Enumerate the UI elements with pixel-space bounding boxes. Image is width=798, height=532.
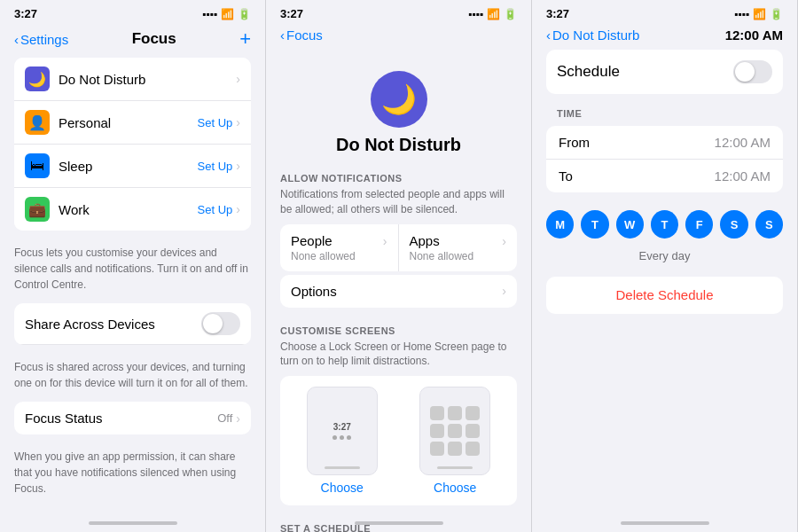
page-title-1: Focus <box>132 30 176 48</box>
personal-setup: Set Up <box>198 116 233 129</box>
from-label: From <box>559 135 590 150</box>
chevron-options: › <box>502 284 506 298</box>
status-bar-3: 3:27 ▪▪▪▪ 📶 🔋 <box>532 0 797 24</box>
share-toggle[interactable] <box>201 312 240 335</box>
chevron-icon-personal: › <box>236 115 240 129</box>
app-7 <box>430 442 444 456</box>
home-bar-2 <box>355 521 443 525</box>
day-circle-T-1[interactable]: T <box>581 210 608 239</box>
schedule-label: Schedule <box>557 63 620 81</box>
choose-home-button[interactable]: Choose <box>434 481 476 495</box>
dot-3 <box>347 435 351 440</box>
to-value: 12:00 AM <box>715 168 771 184</box>
day-circle-T-3[interactable]: T <box>651 210 678 239</box>
dnd-icon-container: 🌙 <box>266 50 531 135</box>
app-6 <box>466 424 480 438</box>
choose-lock-button[interactable]: Choose <box>321 481 364 495</box>
chevron-people: › <box>383 234 387 248</box>
chevron-icon-sleep: › <box>236 159 240 173</box>
chevron-left-icon: ‹ <box>14 32 19 47</box>
schedule-toggle-knob <box>735 62 755 82</box>
back-focus-button[interactable]: ‹ Focus <box>280 27 323 43</box>
wifi-icon-3: 📶 <box>753 8 766 20</box>
status-time-3: 3:27 <box>546 7 569 20</box>
home-bar-3 <box>621 521 709 525</box>
list-item-personal[interactable]: 👤 Personal Set Up › <box>14 101 251 145</box>
from-row[interactable]: From 12:00 AM <box>546 126 783 160</box>
status-bar-1: 3:27 ▪▪▪▪ 📶 🔋 <box>0 0 265 24</box>
personal-right: Set Up › <box>198 115 240 129</box>
to-row[interactable]: To 12:00 AM <box>546 160 783 192</box>
options-row[interactable]: Options › <box>280 275 517 308</box>
day-circle-F-4[interactable]: F <box>685 210 713 239</box>
focus-status-right: Off › <box>217 411 240 426</box>
list-item-sleep[interactable]: 🛏 Sleep Set Up › <box>14 145 251 188</box>
nav-bar-2: ‹ Focus <box>266 24 531 50</box>
work-right: Set Up › <box>198 202 240 216</box>
work-icon: 💼 <box>25 197 50 222</box>
apps-col[interactable]: Apps › None allowed <box>399 224 518 271</box>
to-label: To <box>559 168 573 184</box>
wifi-icon-2: 📶 <box>487 8 500 20</box>
sleep-right: Set Up › <box>198 159 240 173</box>
apps-header: Apps › <box>410 233 507 248</box>
customise-desc: Choose a Lock Screen or Home Screen page… <box>266 338 531 377</box>
chevron-left-icon-3: ‹ <box>546 27 551 43</box>
back-settings-button[interactable]: ‹ Settings <box>14 32 68 47</box>
signal-icon: ▪▪▪▪ <box>202 8 217 20</box>
schedule-scroll: Schedule TIME From 12:00 AM To 12:00 AM … <box>532 50 797 532</box>
people-col[interactable]: People › None allowed <box>280 224 399 271</box>
app-5 <box>448 424 462 438</box>
focus-status-section: Focus Status Off › <box>14 402 251 434</box>
battery-icon: 🔋 <box>238 8 251 20</box>
home-screen-preview <box>419 387 490 475</box>
app-9 <box>466 442 480 456</box>
chevron-icon-work: › <box>236 202 240 216</box>
share-devices-row[interactable]: Share Across Devices <box>14 303 251 345</box>
focus-scroll: 🌙 Do Not Disturb › 👤 Personal Set Up › 🛏… <box>0 58 265 532</box>
day-circle-M-0[interactable]: M <box>546 210 574 239</box>
focus-description: Focus lets you customise your devices an… <box>0 245 265 303</box>
focus-items-list: 🌙 Do Not Disturb › 👤 Personal Set Up › 🛏… <box>14 58 251 231</box>
preview-time: 3:27 <box>333 422 351 432</box>
status-bar-2: 3:27 ▪▪▪▪ 📶 🔋 <box>266 0 531 24</box>
dnd-scroll: 🌙 Do Not Disturb ALLOW NOTIFICATIONS Not… <box>266 50 531 532</box>
focus-status-value: Off <box>217 411 232 425</box>
options-label: Options <box>291 284 337 299</box>
day-circle-W-2[interactable]: W <box>616 210 644 239</box>
share-label: Share Across Devices <box>25 317 155 332</box>
dot-2 <box>340 435 344 440</box>
apps-sub: None allowed <box>410 250 507 262</box>
status-icons-1: ▪▪▪▪ 📶 🔋 <box>202 8 251 20</box>
day-circle-S-6[interactable]: S <box>755 210 783 239</box>
signal-icon-3: ▪▪▪▪ <box>734 8 749 20</box>
status-time-2: 3:27 <box>280 7 303 20</box>
focus-status-row[interactable]: Focus Status Off › <box>14 402 251 434</box>
back-dnd-button[interactable]: ‹ Do Not Disturb <box>546 27 639 43</box>
sleep-setup: Set Up <box>198 160 233 173</box>
status-time-1: 3:27 <box>14 7 37 20</box>
add-focus-button[interactable]: + <box>239 27 251 51</box>
wifi-icon: 📶 <box>221 8 234 20</box>
list-item-work[interactable]: 💼 Work Set Up › <box>14 188 251 231</box>
days-row: MTWTFSS <box>532 203 797 246</box>
sleep-icon: 🛏 <box>25 153 50 178</box>
chevron-left-icon-2: ‹ <box>280 27 285 43</box>
list-item-dnd[interactable]: 🌙 Do Not Disturb › <box>14 58 251 101</box>
personal-icon: 👤 <box>25 110 50 135</box>
status-icons-2: ▪▪▪▪ 📶 🔋 <box>468 8 517 20</box>
delete-schedule-row[interactable]: Delete Schedule <box>546 277 783 314</box>
nav-bar-1: ‹ Settings Focus + <box>0 24 265 58</box>
battery-icon-2: 🔋 <box>504 8 517 20</box>
app-grid <box>430 406 480 456</box>
day-circle-S-5[interactable]: S <box>720 210 747 239</box>
share-section: Share Across Devices <box>14 303 251 345</box>
delete-schedule-label: Delete Schedule <box>615 287 713 302</box>
time-section-label: TIME <box>532 105 797 122</box>
screen-home-bar-1 <box>325 466 360 469</box>
schedule-toggle[interactable] <box>733 60 772 83</box>
share-description: Focus is shared across your devices, and… <box>0 359 265 402</box>
signal-icon-2: ▪▪▪▪ <box>468 8 483 20</box>
app-2 <box>448 406 462 420</box>
panel-focus-list: 3:27 ▪▪▪▪ 📶 🔋 ‹ Settings Focus + 🌙 Do No… <box>0 0 266 532</box>
